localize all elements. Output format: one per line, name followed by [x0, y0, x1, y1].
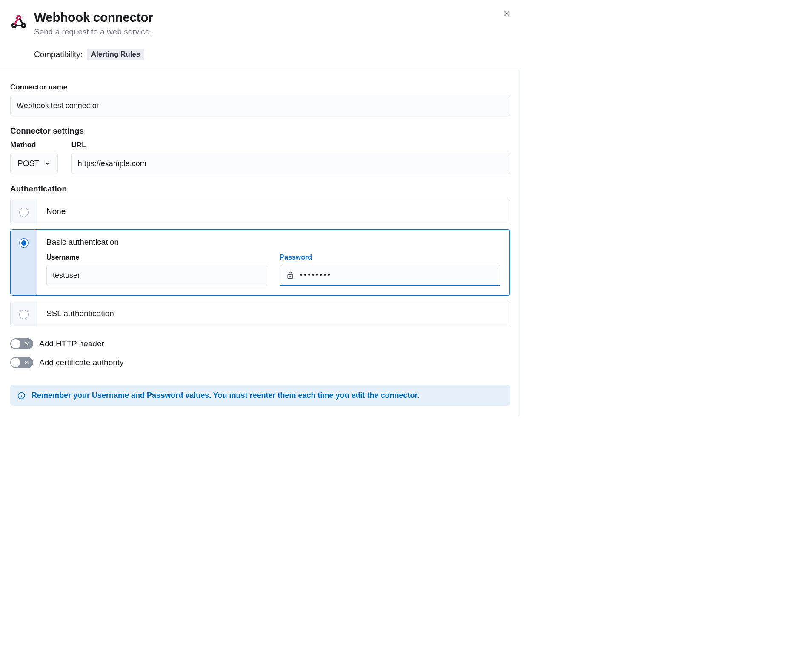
radio-icon [19, 238, 29, 248]
url-label: URL [71, 141, 510, 149]
flyout-body: Connector name Connector settings Method… [0, 69, 520, 416]
auth-option-none-label: None [46, 207, 500, 216]
svg-point-4 [290, 276, 291, 277]
scrollbar[interactable] [518, 69, 520, 416]
compatibility-row: Compatibility: Alerting Rules [34, 49, 153, 60]
callout-text: Remember your Username and Password valu… [31, 391, 420, 400]
password-label: Password [280, 254, 501, 261]
url-input[interactable] [71, 153, 510, 174]
method-value: POST [17, 159, 40, 168]
username-input[interactable] [46, 265, 267, 286]
auth-option-basic[interactable]: Basic authentication Username Password [10, 229, 510, 296]
flyout-subtitle: Send a request to a web service. [34, 27, 153, 37]
flyout-title: Webhook connector [34, 10, 153, 25]
close-icon [503, 10, 511, 17]
svg-point-7 [21, 394, 22, 394]
auth-option-none[interactable]: None [10, 199, 510, 224]
authentication-label: Authentication [10, 184, 510, 194]
lock-icon [286, 271, 294, 280]
chevron-down-icon [44, 160, 51, 167]
info-icon [17, 391, 26, 400]
x-icon: ✕ [24, 360, 29, 365]
auth-option-ssl-label: SSL authentication [46, 309, 500, 318]
add-cert-authority-toggle[interactable]: ✕ [10, 357, 33, 368]
connector-settings-label: Connector settings [10, 126, 510, 136]
auth-option-ssl[interactable]: SSL authentication [10, 301, 510, 326]
radio-icon [19, 310, 29, 319]
close-button[interactable] [500, 7, 514, 20]
password-input[interactable] [280, 265, 501, 286]
webhook-connector-flyout: Webhook connector Send a request to a we… [0, 0, 520, 416]
add-cert-authority-label: Add certificate authority [39, 358, 124, 367]
auth-option-basic-label: Basic authentication [46, 237, 500, 247]
compatibility-label: Compatibility: [34, 50, 83, 59]
add-http-header-label: Add HTTP header [39, 339, 104, 348]
radio-icon [19, 208, 29, 217]
method-select[interactable]: POST [10, 153, 58, 174]
remember-credentials-callout: Remember your Username and Password valu… [10, 385, 510, 406]
add-http-header-toggle[interactable]: ✕ [10, 338, 33, 349]
method-label: Method [10, 141, 58, 149]
connector-name-input[interactable] [10, 95, 510, 116]
compatibility-badge: Alerting Rules [87, 49, 144, 60]
connector-name-label: Connector name [10, 83, 510, 91]
x-icon: ✕ [24, 341, 29, 347]
flyout-header: Webhook connector Send a request to a we… [0, 0, 520, 69]
username-label: Username [46, 254, 267, 261]
webhook-icon [10, 14, 27, 31]
